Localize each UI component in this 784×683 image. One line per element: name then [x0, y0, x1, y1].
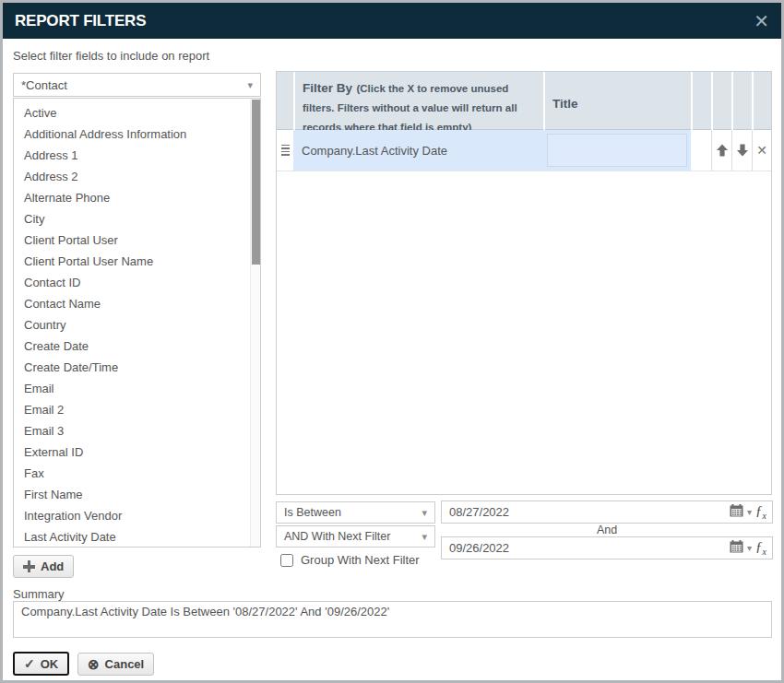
- group-checkbox-label: Group With Next Filter: [301, 553, 420, 567]
- filter-table-header: Filter By (Click the X to remove unused …: [277, 72, 771, 130]
- field-list-item[interactable]: Active: [14, 102, 260, 124]
- field-list-item[interactable]: Country: [14, 314, 260, 336]
- field-list-item[interactable]: Create Date/Time: [14, 357, 260, 378]
- report-filters-dialog: REPORT FILTERS ✕ Select filter fields to…: [0, 0, 784, 683]
- cancel-button[interactable]: ⊗ Cancel: [77, 653, 154, 676]
- field-list-item[interactable]: Additional Address Information: [14, 124, 260, 145]
- remove-icon: ✕: [756, 143, 767, 158]
- field-list-item[interactable]: Email 3: [14, 420, 260, 442]
- close-icon[interactable]: ✕: [754, 12, 769, 30]
- ok-button[interactable]: ✓ OK: [13, 652, 69, 676]
- header-down-col: [731, 72, 752, 135]
- filter-row-title-cell: [543, 130, 691, 171]
- field-list-item[interactable]: Client Portal User Name: [14, 251, 260, 272]
- field-list-item[interactable]: Email: [14, 378, 260, 399]
- cancel-button-label: Cancel: [105, 657, 145, 671]
- calendar-icon[interactable]: [730, 504, 743, 521]
- chevron-down-icon: ▾: [422, 531, 427, 543]
- filter-table: Filter By (Click the X to remove unused …: [276, 71, 772, 495]
- move-up-button[interactable]: [711, 130, 731, 171]
- operator-dropdown-value: Is Between: [284, 506, 341, 519]
- field-list-item[interactable]: Email 2: [14, 399, 260, 420]
- chevron-down-icon: ▾: [247, 79, 253, 91]
- field-list-item[interactable]: Address 1: [14, 145, 260, 166]
- field-list-item[interactable]: Integration Vendor: [14, 505, 260, 526]
- drag-handle-icon: [281, 145, 290, 157]
- conjunction-dropdown[interactable]: AND With Next Filter ▾: [276, 525, 435, 548]
- field-list-item[interactable]: Contact ID: [14, 272, 260, 293]
- header-spacer-col: [691, 72, 711, 135]
- header-handle-col: [277, 72, 293, 135]
- scrollbar-thumb[interactable]: [252, 100, 260, 265]
- header-filter-by: Filter By (Click the X to remove unused …: [293, 72, 543, 135]
- date-to-input[interactable]: [447, 540, 730, 556]
- field-list-item[interactable]: External ID: [14, 442, 260, 463]
- group-checkbox[interactable]: [280, 554, 293, 567]
- formula-fx-icon[interactable]: ƒx: [755, 504, 766, 521]
- add-button[interactable]: Add: [13, 555, 74, 578]
- chevron-down-icon: ▾: [422, 507, 427, 519]
- ok-button-label: OK: [41, 657, 59, 671]
- instructions-text: Select filter fields to include on repor…: [13, 49, 209, 63]
- plus-icon: [23, 560, 35, 572]
- chevron-down-icon[interactable]: ▾: [747, 507, 752, 517]
- summary-label: Summary: [13, 587, 65, 601]
- filter-row: Company.Last Activity Date ✕: [277, 130, 771, 171]
- field-list-item[interactable]: Fax: [14, 463, 260, 484]
- field-list-item[interactable]: First Name: [14, 484, 260, 505]
- field-list-item[interactable]: Address 2: [14, 166, 260, 187]
- filter-by-header-label: Filter By: [303, 81, 352, 95]
- calendar-icon[interactable]: [730, 540, 743, 557]
- conjunction-dropdown-value: AND With Next Filter: [284, 530, 390, 543]
- field-list: ActiveAdditional Address InformationAddr…: [13, 98, 261, 548]
- header-remove-col: [752, 72, 771, 135]
- field-list-scrollbar[interactable]: [250, 100, 259, 547]
- field-list-item[interactable]: Client Portal User: [14, 230, 260, 251]
- field-list-item[interactable]: Create Date: [14, 336, 260, 357]
- remove-filter-button[interactable]: ✕: [752, 130, 771, 171]
- header-up-col: [711, 72, 731, 135]
- arrow-down-icon: [735, 143, 750, 158]
- move-down-button[interactable]: [731, 130, 752, 171]
- date-from-field: ▾ ƒx: [441, 500, 773, 524]
- chevron-down-icon[interactable]: ▾: [747, 543, 752, 553]
- date-from-input[interactable]: [447, 504, 730, 520]
- row-spacer-cell: [691, 130, 711, 171]
- circle-x-icon: ⊗: [88, 657, 100, 671]
- summary-text[interactable]: Company.Last Activity Date Is Between '0…: [13, 601, 772, 638]
- field-list-item[interactable]: Contact Name: [14, 293, 260, 314]
- date-to-field: ▾ ƒx: [441, 536, 773, 559]
- field-list-item[interactable]: Alternate Phone: [14, 187, 260, 208]
- dialog-titlebar: REPORT FILTERS ✕: [3, 3, 781, 39]
- drag-handle[interactable]: [277, 130, 293, 171]
- category-dropdown[interactable]: *Contact ▾: [13, 73, 261, 97]
- category-dropdown-value: *Contact: [21, 78, 67, 92]
- group-with-next-filter: Group With Next Filter: [280, 553, 420, 567]
- and-label: And: [441, 524, 773, 536]
- formula-fx-icon[interactable]: ƒx: [755, 540, 766, 557]
- field-list-item[interactable]: City: [14, 208, 260, 230]
- operator-dropdown[interactable]: Is Between ▾: [276, 501, 435, 524]
- header-title: Title: [543, 72, 691, 135]
- field-list-item[interactable]: Last Activity Date: [14, 526, 260, 548]
- add-button-label: Add: [41, 559, 64, 573]
- dialog-title: REPORT FILTERS: [15, 12, 146, 30]
- check-icon: ✓: [24, 656, 35, 671]
- filter-title-input[interactable]: [547, 134, 687, 167]
- filter-row-field: Company.Last Activity Date: [293, 130, 543, 171]
- arrow-up-icon: [715, 143, 730, 158]
